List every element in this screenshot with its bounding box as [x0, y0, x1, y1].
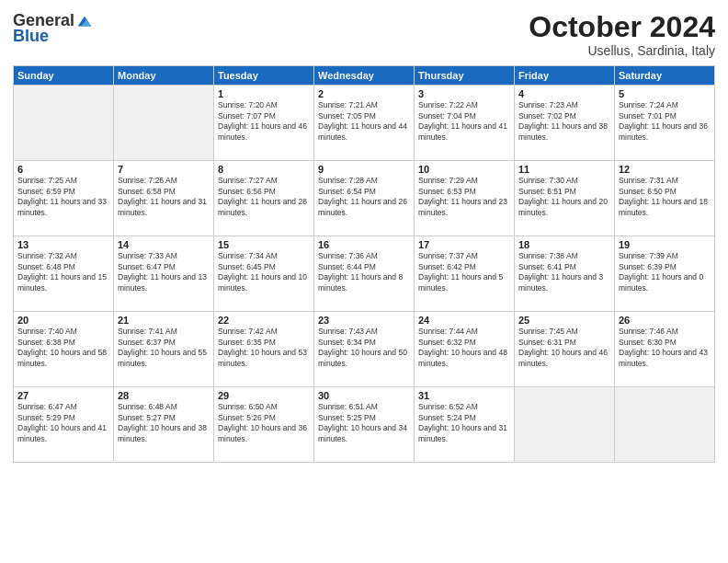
day-info: Sunrise: 7:46 AM Sunset: 6:30 PM Dayligh…: [619, 327, 711, 371]
calendar-day-cell: 3Sunrise: 7:22 AM Sunset: 7:04 PM Daylig…: [415, 85, 515, 160]
day-number: 10: [418, 164, 510, 175]
calendar-day-cell: 25Sunrise: 7:45 AM Sunset: 6:31 PM Dayli…: [515, 311, 615, 386]
day-number: 19: [619, 239, 711, 250]
calendar-day-cell: 29Sunrise: 6:50 AM Sunset: 5:26 PM Dayli…: [214, 386, 314, 462]
day-info: Sunrise: 7:21 AM Sunset: 7:05 PM Dayligh…: [318, 100, 410, 144]
calendar-day-cell: 23Sunrise: 7:43 AM Sunset: 6:34 PM Dayli…: [314, 311, 415, 386]
day-number: 22: [218, 315, 310, 326]
calendar-week-row: 13Sunrise: 7:32 AM Sunset: 6:48 PM Dayli…: [14, 236, 715, 311]
day-number: 1: [218, 88, 310, 99]
day-info: Sunrise: 7:29 AM Sunset: 6:53 PM Dayligh…: [418, 176, 510, 220]
day-number: 27: [17, 390, 109, 401]
calendar-day-cell: 5Sunrise: 7:24 AM Sunset: 7:01 PM Daylig…: [615, 85, 715, 160]
day-number: 11: [518, 164, 610, 175]
calendar-day-cell: 2Sunrise: 7:21 AM Sunset: 7:05 PM Daylig…: [314, 85, 415, 160]
day-info: Sunrise: 7:44 AM Sunset: 6:32 PM Dayligh…: [418, 327, 510, 371]
calendar-day-cell: 4Sunrise: 7:23 AM Sunset: 7:02 PM Daylig…: [515, 85, 615, 160]
title-block: October 2024 Usellus, Sardinia, Italy: [529, 11, 715, 58]
weekday-header: Sunday: [14, 65, 114, 85]
day-info: Sunrise: 7:36 AM Sunset: 6:44 PM Dayligh…: [318, 251, 410, 295]
day-number: 5: [619, 88, 711, 99]
calendar-day-cell: 6Sunrise: 7:25 AM Sunset: 6:59 PM Daylig…: [14, 160, 114, 236]
day-info: Sunrise: 7:34 AM Sunset: 6:45 PM Dayligh…: [218, 251, 310, 295]
calendar-week-row: 20Sunrise: 7:40 AM Sunset: 6:38 PM Dayli…: [14, 311, 715, 386]
weekday-header: Saturday: [615, 65, 715, 85]
day-info: Sunrise: 7:42 AM Sunset: 6:35 PM Dayligh…: [218, 327, 310, 371]
month-title: October 2024: [529, 11, 715, 43]
calendar-day-cell: 27Sunrise: 6:47 AM Sunset: 5:29 PM Dayli…: [14, 386, 114, 462]
calendar-day-cell: 13Sunrise: 7:32 AM Sunset: 6:48 PM Dayli…: [14, 236, 114, 311]
weekday-header: Thursday: [415, 65, 515, 85]
day-info: Sunrise: 6:50 AM Sunset: 5:26 PM Dayligh…: [218, 402, 310, 446]
calendar-week-row: 27Sunrise: 6:47 AM Sunset: 5:29 PM Dayli…: [14, 386, 715, 462]
day-number: 25: [518, 315, 610, 326]
day-info: Sunrise: 7:32 AM Sunset: 6:48 PM Dayligh…: [17, 251, 109, 295]
day-number: 21: [118, 315, 210, 326]
day-info: Sunrise: 7:41 AM Sunset: 6:37 PM Dayligh…: [118, 327, 210, 371]
calendar-day-cell: 12Sunrise: 7:31 AM Sunset: 6:50 PM Dayli…: [615, 160, 715, 236]
day-info: Sunrise: 7:33 AM Sunset: 6:47 PM Dayligh…: [118, 251, 210, 295]
calendar-day-cell: [114, 85, 214, 160]
calendar-day-cell: 10Sunrise: 7:29 AM Sunset: 6:53 PM Dayli…: [415, 160, 515, 236]
calendar-day-cell: [615, 386, 715, 462]
day-number: 13: [17, 239, 109, 250]
day-number: 26: [619, 315, 711, 326]
day-number: 12: [619, 164, 711, 175]
day-info: Sunrise: 7:45 AM Sunset: 6:31 PM Dayligh…: [518, 327, 610, 371]
logo-blue: Blue: [13, 27, 49, 46]
day-number: 7: [118, 164, 210, 175]
day-number: 29: [218, 390, 310, 401]
day-number: 31: [418, 390, 510, 401]
day-number: 15: [218, 239, 310, 250]
day-number: 6: [17, 164, 109, 175]
calendar-day-cell: 9Sunrise: 7:28 AM Sunset: 6:54 PM Daylig…: [314, 160, 415, 236]
day-info: Sunrise: 7:38 AM Sunset: 6:41 PM Dayligh…: [518, 251, 610, 295]
header: General Blue October 2024 Usellus, Sardi…: [13, 11, 715, 58]
day-info: Sunrise: 7:24 AM Sunset: 7:01 PM Dayligh…: [619, 100, 711, 144]
calendar-day-cell: 30Sunrise: 6:51 AM Sunset: 5:25 PM Dayli…: [314, 386, 415, 462]
calendar-day-cell: 7Sunrise: 7:26 AM Sunset: 6:58 PM Daylig…: [114, 160, 214, 236]
day-info: Sunrise: 7:39 AM Sunset: 6:39 PM Dayligh…: [619, 251, 711, 295]
calendar-day-cell: 16Sunrise: 7:36 AM Sunset: 6:44 PM Dayli…: [314, 236, 415, 311]
day-number: 14: [118, 239, 210, 250]
day-number: 4: [518, 88, 610, 99]
day-info: Sunrise: 7:23 AM Sunset: 7:02 PM Dayligh…: [518, 100, 610, 144]
day-number: 23: [318, 315, 410, 326]
weekday-header: Wednesday: [314, 65, 415, 85]
day-number: 2: [318, 88, 410, 99]
calendar-day-cell: 31Sunrise: 6:52 AM Sunset: 5:24 PM Dayli…: [415, 386, 515, 462]
subtitle: Usellus, Sardinia, Italy: [529, 43, 715, 58]
calendar-table: SundayMondayTuesdayWednesdayThursdayFrid…: [13, 65, 715, 463]
day-info: Sunrise: 7:25 AM Sunset: 6:59 PM Dayligh…: [17, 176, 109, 220]
day-info: Sunrise: 7:26 AM Sunset: 6:58 PM Dayligh…: [118, 176, 210, 220]
weekday-header: Friday: [515, 65, 615, 85]
day-number: 16: [318, 239, 410, 250]
calendar-day-cell: 18Sunrise: 7:38 AM Sunset: 6:41 PM Dayli…: [515, 236, 615, 311]
day-info: Sunrise: 7:27 AM Sunset: 6:56 PM Dayligh…: [218, 176, 310, 220]
calendar-day-cell: 11Sunrise: 7:30 AM Sunset: 6:51 PM Dayli…: [515, 160, 615, 236]
page: General Blue October 2024 Usellus, Sardi…: [0, 0, 728, 563]
day-number: 9: [318, 164, 410, 175]
day-info: Sunrise: 7:40 AM Sunset: 6:38 PM Dayligh…: [17, 327, 109, 371]
weekday-header: Tuesday: [214, 65, 314, 85]
calendar-week-row: 6Sunrise: 7:25 AM Sunset: 6:59 PM Daylig…: [14, 160, 715, 236]
day-info: Sunrise: 7:28 AM Sunset: 6:54 PM Dayligh…: [318, 176, 410, 220]
day-info: Sunrise: 7:20 AM Sunset: 7:07 PM Dayligh…: [218, 100, 310, 144]
day-info: Sunrise: 7:37 AM Sunset: 6:42 PM Dayligh…: [418, 251, 510, 295]
calendar-day-cell: 14Sunrise: 7:33 AM Sunset: 6:47 PM Dayli…: [114, 236, 214, 311]
logo-icon: [76, 13, 93, 29]
logo: General Blue: [13, 11, 93, 46]
day-info: Sunrise: 7:30 AM Sunset: 6:51 PM Dayligh…: [518, 176, 610, 220]
calendar-day-cell: 28Sunrise: 6:48 AM Sunset: 5:27 PM Dayli…: [114, 386, 214, 462]
calendar-day-cell: 22Sunrise: 7:42 AM Sunset: 6:35 PM Dayli…: [214, 311, 314, 386]
day-number: 24: [418, 315, 510, 326]
day-number: 17: [418, 239, 510, 250]
day-number: 18: [518, 239, 610, 250]
day-number: 3: [418, 88, 510, 99]
calendar-day-cell: 24Sunrise: 7:44 AM Sunset: 6:32 PM Dayli…: [415, 311, 515, 386]
calendar-week-row: 1Sunrise: 7:20 AM Sunset: 7:07 PM Daylig…: [14, 85, 715, 160]
day-info: Sunrise: 6:47 AM Sunset: 5:29 PM Dayligh…: [17, 402, 109, 446]
calendar-day-cell: 26Sunrise: 7:46 AM Sunset: 6:30 PM Dayli…: [615, 311, 715, 386]
calendar-day-cell: 17Sunrise: 7:37 AM Sunset: 6:42 PM Dayli…: [415, 236, 515, 311]
calendar-day-cell: [14, 85, 114, 160]
